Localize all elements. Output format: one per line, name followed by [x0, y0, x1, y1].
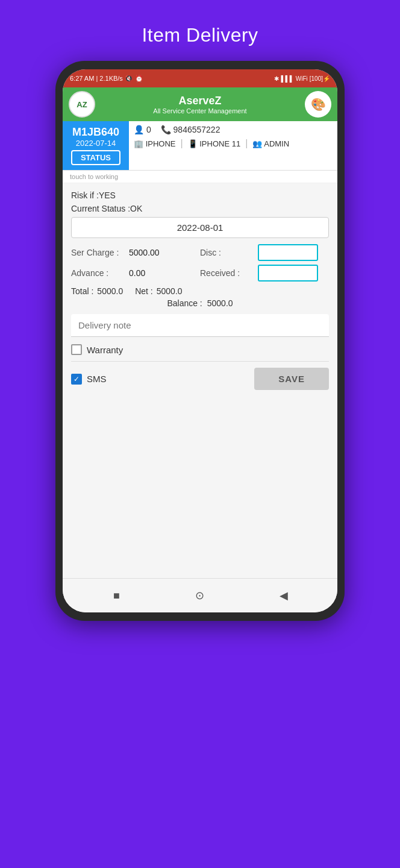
warranty-label: Warranty: [87, 345, 123, 355]
wifi-icon: WiFi: [296, 75, 308, 82]
charges-grid: Ser Charge : 5000.00 Disc : Advance : 0.…: [71, 244, 329, 281]
phone-screen: 6:27 AM | 2.1KB/s 🔇 ⏰ ✱ ▌▌▌ WiFi [100]⚡ …: [63, 69, 337, 612]
sms-label-row: ✓ SMS: [71, 374, 254, 385]
disc-label: Disc :: [200, 248, 254, 257]
risk-text: Risk if :YES: [71, 190, 116, 200]
warranty-row: Warranty: [71, 344, 329, 362]
delivery-note-input[interactable]: [71, 314, 329, 337]
disc-input[interactable]: [258, 244, 318, 261]
ser-charge-value: 5000.00: [129, 248, 160, 257]
bluetooth-icon: ✱: [274, 75, 279, 82]
app-title-block: AserveZ All Service Center Management: [95, 95, 305, 115]
balance-label: Balance :: [167, 298, 202, 308]
received-label: Received :: [200, 268, 254, 278]
hint-text: touch to working: [70, 173, 118, 180]
app-subtitle: All Service Center Management: [95, 107, 305, 115]
balance-row: Balance : 5000.0: [71, 298, 329, 308]
received-item: Received :: [200, 265, 329, 281]
job-info-row: M1JB640 2022-07-14 STATUS 👤 0 📞 98465572…: [63, 121, 337, 171]
empty-area: [63, 397, 337, 578]
status-icons: ✱ ▌▌▌ WiFi [100]⚡: [274, 75, 330, 82]
job-card: M1JB640 2022-07-14 STATUS: [63, 121, 129, 170]
page-title: Item Delivery: [142, 24, 258, 46]
total-label: Total :: [71, 286, 93, 296]
sms-label-text: SMS: [87, 374, 107, 384]
warranty-checkbox[interactable]: [71, 344, 82, 355]
advance-item: Advance : 0.00: [71, 265, 200, 281]
ser-charge-label: Ser Charge :: [71, 248, 125, 257]
current-status-text: Current Status :OK: [71, 204, 142, 213]
sms-checkbox[interactable]: ✓: [71, 374, 82, 385]
status-button[interactable]: STATUS: [71, 150, 120, 165]
model-info: 📱 IPHONE 11: [188, 139, 241, 148]
person-icon: 👤 0: [134, 125, 151, 134]
totals-row: Total : 5000.0 Net : 5000.0: [71, 286, 329, 296]
main-content: Risk if :YES Current Status :OK Ser Char…: [63, 183, 337, 397]
bottom-nav: ■ ⊙ ◀: [63, 578, 337, 612]
hint-row: touch to working: [63, 171, 337, 183]
net-value: 5000.0: [157, 286, 183, 296]
app-icon-right: 🎨: [305, 91, 331, 118]
signal-icon: ▌▌▌: [281, 75, 293, 82]
app-header: AZ AserveZ All Service Center Management…: [63, 87, 337, 121]
brand-info: 🏢 IPHONE: [134, 139, 175, 148]
status-time: 6:27 AM | 2.1KB/s 🔇 ⏰: [70, 75, 143, 83]
battery-icon: [100]⚡: [310, 75, 330, 82]
disc-item: Disc :: [200, 244, 329, 261]
total-item: Total : 5000.0: [71, 286, 123, 296]
net-label: Net :: [135, 286, 153, 296]
save-button[interactable]: SAVE: [254, 368, 329, 390]
job-id: M1JB640: [71, 126, 120, 139]
total-value: 5000.0: [97, 286, 123, 296]
status-bar: 6:27 AM | 2.1KB/s 🔇 ⏰ ✱ ▌▌▌ WiFi [100]⚡: [63, 69, 337, 87]
sep1: |: [180, 138, 183, 149]
current-status-field: Current Status :OK: [71, 204, 329, 213]
balance-value: 5000.0: [207, 298, 233, 308]
date-input[interactable]: [71, 217, 329, 238]
sms-save-row: ✓ SMS SAVE: [71, 368, 329, 390]
phone-info: 📞 9846557222: [161, 125, 220, 134]
phone-shell: 6:27 AM | 2.1KB/s 🔇 ⏰ ✱ ▌▌▌ WiFi [100]⚡ …: [55, 61, 345, 621]
net-item: Net : 5000.0: [135, 286, 182, 296]
info-bottom: 🏢 IPHONE | 📱 IPHONE 11 | 👥 ADMIN: [134, 138, 333, 149]
nav-back-button[interactable]: ◀: [275, 587, 292, 604]
nav-square-button[interactable]: ■: [108, 587, 125, 604]
ser-charge-item: Ser Charge : 5000.00: [71, 244, 200, 261]
advance-value: 0.00: [129, 268, 145, 278]
nav-home-button[interactable]: ⊙: [192, 587, 208, 604]
job-info-right: 👤 0 📞 9846557222 🏢 IPHONE | 📱 IPHONE 11 …: [129, 121, 337, 170]
received-input[interactable]: [258, 265, 318, 281]
info-top: 👤 0 📞 9846557222: [134, 125, 333, 134]
advance-label: Advance :: [71, 268, 125, 278]
app-logo: AZ: [69, 91, 95, 118]
risk-field: Risk if :YES: [71, 190, 329, 200]
admin-info: 👥 ADMIN: [252, 139, 289, 148]
job-date: 2022-07-14: [71, 139, 120, 148]
sep2: |: [245, 138, 248, 149]
app-name: AserveZ: [95, 95, 305, 107]
